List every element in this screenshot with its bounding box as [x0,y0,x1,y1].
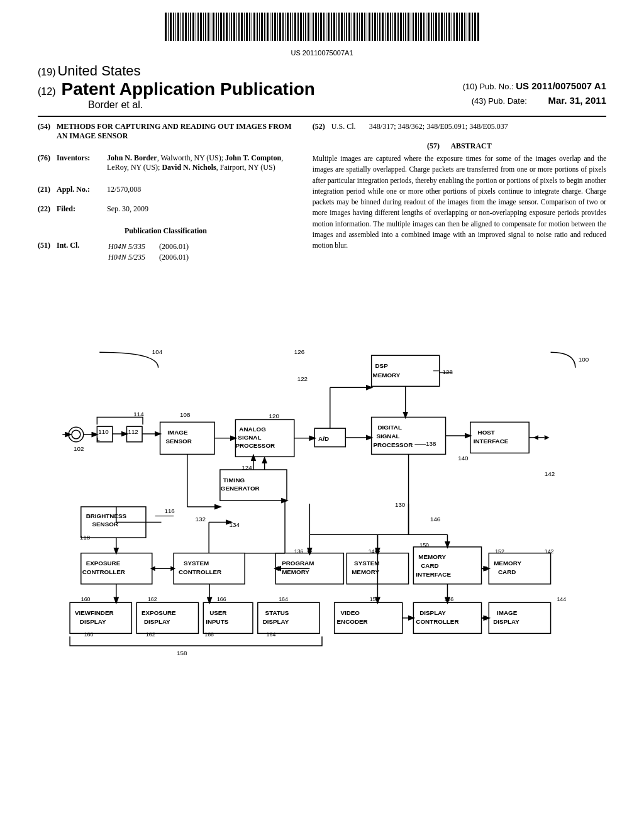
label-ve-1: VIDEO [340,609,360,616]
svg-rect-53 [300,13,302,41]
section-52-value: 348/317; 348/362; 348/E05.091; 348/E05.0… [369,122,606,131]
label-dsp-2: MEMORY [373,372,401,379]
ref-156: 156 [445,596,454,602]
label-timing-2: GENERATOR [221,485,260,492]
section-54-num: (54) [38,122,57,141]
label-sys-ctrl-2: CONTROLLER [179,568,221,575]
label-mc-2: CARD [498,568,516,575]
header-divider [38,116,606,117]
section-76-content: John N. Border, Walworth, NY (US); John … [107,153,294,172]
left-column: (54) METHODS FOR CAPTURING AND READING O… [38,122,294,268]
svg-rect-47 [285,13,286,41]
section-22-label: Filed: [57,204,107,214]
label-mc-1: MEMORY [494,560,521,567]
ref-120: 120 [269,412,279,419]
ref-132: 132 [196,516,206,523]
pub-date-line: (43) Pub. Date: Mar. 31, 2011 [463,95,606,106]
arrow-right-1 [545,435,550,440]
svg-rect-26 [231,13,232,41]
label-ed-1: EXPOSURE [142,609,176,616]
arrow-dc-id-l [482,616,487,621]
arrow-right-2 [533,435,538,440]
label-image-sensor-2: SENSOR [165,438,191,445]
int-cl-year-1: (2006.01) [159,242,201,252]
label-asp-1: ANALOG [239,426,266,433]
svg-rect-24 [226,13,228,41]
svg-rect-19 [213,13,214,41]
svg-rect-49 [290,13,291,41]
ref-164-b: 164 [267,631,276,638]
svg-rect-1 [168,13,169,41]
svg-rect-94 [405,13,406,41]
svg-rect-85 [382,13,384,41]
svg-rect-118 [467,13,467,41]
arrow-mci-mc-l [482,566,487,571]
label-110: L [97,436,100,442]
svg-rect-18 [211,13,211,41]
label-dsp-1: DSP [375,362,389,369]
section-21-num: (21) [38,185,57,194]
svg-rect-114 [456,13,458,41]
svg-rect-36 [257,13,258,41]
svg-rect-80 [369,13,370,41]
section-22-value: Sep. 30, 2009 [107,204,294,214]
pub-num-label: (10) Pub. No.: [463,82,514,91]
section-52: (52) U.S. Cl. 348/317; 348/362; 348/E05.… [313,122,606,131]
section-21-label: Appl. No.: [57,185,107,194]
ref-158: 158 [177,650,187,656]
ref-112: 112 [128,428,138,435]
svg-rect-84 [379,13,380,41]
label-host-1: HOST [478,429,495,436]
pub-num: US 2011/0075007 A1 [516,80,606,91]
svg-rect-82 [374,13,376,41]
arrow-exp-sys-r [170,566,175,571]
svg-rect-78 [364,13,365,41]
label-sys-ctrl-1: SYSTEM [184,560,209,567]
svg-rect-103 [428,13,430,41]
svg-rect-58 [313,13,314,41]
country-line: (19) United States [38,63,463,79]
svg-rect-25 [229,13,230,41]
country: United States [57,63,140,79]
ref-130: 130 [395,501,406,508]
svg-rect-30 [241,13,243,41]
svg-rect-31 [244,13,245,41]
section-76: (76) Inventors: John N. Border, Walworth… [38,153,294,172]
ref-114: 114 [133,411,144,418]
int-cl-table: H04N 5/335 (2006.01) H04N 5/235 (2006.01… [107,241,203,263]
svg-rect-37 [259,13,260,41]
svg-rect-62 [323,13,325,41]
svg-rect-75 [357,13,358,41]
ref-166: 166 [217,596,226,602]
ref-122: 122 [297,375,308,382]
svg-rect-0 [165,13,167,41]
svg-rect-32 [246,13,248,41]
svg-rect-40 [267,13,269,41]
svg-rect-115 [459,13,460,41]
ref-142-2: 142 [545,548,554,555]
svg-rect-21 [218,13,219,41]
svg-rect-112 [452,13,452,41]
pub-date: Mar. 31, 2011 [548,95,606,106]
country-label: (19) [38,67,55,77]
svg-rect-14 [200,13,202,41]
section-54-content: METHODS FOR CAPTURING AND READING OUT IM… [57,122,294,141]
label-exp-ctrl-2: CONTROLLER [82,568,125,575]
svg-rect-10 [190,13,191,41]
svg-rect-99 [418,13,419,41]
svg-rect-66 [333,13,335,41]
patent-number-top: US 20110075007A1 [38,49,606,57]
svg-rect-20 [216,13,217,41]
int-cl-class-1: H04N 5/335 [108,242,158,252]
svg-rect-105 [433,13,434,41]
patent-kind-line: (12) Patent Application Publication [38,79,463,99]
svg-rect-117 [464,13,465,41]
section-21: (21) Appl. No.: 12/570,008 [38,185,294,194]
svg-rect-11 [192,13,194,41]
label-ed-2: DISPLAY [144,618,170,625]
arrow-sys-prog-l [274,566,279,571]
ref-104: 104 [152,348,163,355]
section-51-num: (51) [38,241,57,263]
label-dsp-proc-2: SIGNAL [376,433,399,440]
svg-rect-110 [446,13,447,41]
